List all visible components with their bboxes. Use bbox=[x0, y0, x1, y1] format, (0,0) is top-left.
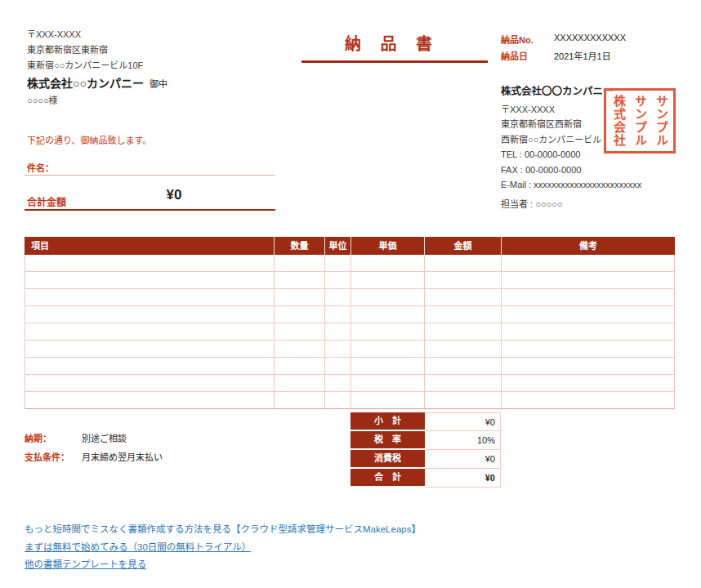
subtotal-label: 小 計 bbox=[350, 412, 425, 431]
free-trial-link[interactable]: まずは無料で始めてみる（30日間の無料トライアル） bbox=[25, 540, 251, 553]
header-amount: 金額 bbox=[425, 237, 502, 255]
unit-cell bbox=[325, 272, 351, 288]
sender-email: E-Mail : xxxxxxxxxxxxxxxxxxxxxxxx bbox=[501, 177, 641, 193]
other-templates-link[interactable]: 他の書類テンプレートを見る bbox=[25, 557, 146, 570]
items-table-body bbox=[25, 255, 675, 409]
table-row bbox=[25, 323, 674, 341]
unit-cell bbox=[325, 323, 351, 340]
recipient-address-line1: 東京都新宿区東新宿 bbox=[27, 42, 167, 58]
unit-cell bbox=[325, 341, 351, 357]
unit-price-cell bbox=[351, 306, 425, 323]
payment-term-value: 月末締め翌月末払い bbox=[82, 450, 163, 463]
amount-cell bbox=[425, 255, 502, 271]
totals-box: 小 計 ¥0 税 率 10% 消費税 ¥0 合 計 ¥0 bbox=[350, 412, 501, 488]
subject-underline bbox=[25, 175, 275, 176]
amount-cell bbox=[425, 358, 502, 374]
unit-price-cell bbox=[351, 323, 425, 340]
recipient-postal: 〒XXX-XXXX bbox=[27, 27, 167, 42]
item-cell bbox=[25, 289, 275, 305]
amount-cell bbox=[425, 375, 502, 391]
delivery-note-page: 〒XXX-XXXX 東京都新宿区東新宿 東新宿○○カンパニービル10F 株式会社… bbox=[0, 0, 701, 588]
grand-total-value: ¥0 bbox=[425, 469, 501, 488]
remarks-cell bbox=[502, 341, 674, 357]
document-title: 納 品 書 bbox=[294, 31, 490, 55]
items-table-header: 項目 数量 単位 単価 金額 備考 bbox=[25, 237, 675, 255]
amount-cell bbox=[425, 289, 502, 305]
delivery-no-value: XXXXXXXXXXXX bbox=[554, 33, 626, 42]
amount-cell bbox=[425, 272, 502, 288]
header-unit: 単位 bbox=[325, 237, 351, 255]
header-item: 項目 bbox=[25, 237, 275, 255]
item-cell bbox=[25, 392, 275, 408]
amount-cell bbox=[425, 341, 502, 357]
unit-price-cell bbox=[351, 358, 425, 374]
item-cell bbox=[25, 306, 275, 323]
unit-cell bbox=[325, 392, 351, 408]
remarks-cell bbox=[502, 392, 674, 408]
item-cell bbox=[25, 341, 275, 357]
remarks-cell bbox=[502, 255, 674, 271]
quantity-cell bbox=[275, 323, 325, 340]
tax-rate-value: 10% bbox=[425, 431, 501, 450]
unit-price-cell bbox=[351, 289, 425, 305]
unit-price-cell bbox=[351, 341, 425, 357]
stamp-column-3: 株式会社 bbox=[612, 95, 626, 147]
unit-cell bbox=[325, 375, 351, 391]
unit-price-cell bbox=[351, 392, 425, 408]
table-row bbox=[25, 272, 674, 289]
quantity-cell bbox=[275, 341, 325, 357]
recipient-company-name: 株式会社○○カンパニー bbox=[27, 77, 144, 90]
consumption-tax-row: 消費税 ¥0 bbox=[350, 450, 501, 469]
quantity-cell bbox=[275, 289, 325, 305]
total-amount-value: ¥0 bbox=[145, 187, 203, 203]
unit-cell bbox=[325, 289, 351, 305]
unit-price-cell bbox=[351, 272, 425, 288]
table-row bbox=[25, 306, 674, 323]
delivery-no-label: 納品No. bbox=[501, 33, 534, 46]
stamp-column-1: サンプル bbox=[654, 95, 668, 147]
delivery-term-value: 別途ご相談 bbox=[82, 431, 127, 444]
table-row bbox=[25, 289, 674, 306]
item-cell bbox=[25, 323, 275, 340]
item-cell bbox=[25, 358, 275, 374]
unit-price-cell bbox=[351, 255, 425, 271]
tax-rate-row: 税 率 10% bbox=[350, 431, 501, 450]
remarks-cell bbox=[502, 323, 674, 340]
unit-price-cell bbox=[351, 375, 425, 391]
recipient-contact-person: ○○○○様 bbox=[27, 93, 167, 109]
consumption-tax-label: 消費税 bbox=[350, 450, 425, 469]
remarks-cell bbox=[502, 289, 674, 305]
delivery-term-label: 納期： bbox=[25, 431, 51, 444]
remarks-cell bbox=[502, 306, 674, 323]
item-cell bbox=[25, 255, 275, 271]
quantity-cell bbox=[275, 375, 325, 391]
subject-label: 件名： bbox=[27, 161, 54, 174]
header-unit-price: 単価 bbox=[351, 237, 425, 255]
amount-cell bbox=[425, 392, 502, 408]
quantity-cell bbox=[275, 306, 325, 323]
table-row bbox=[25, 392, 674, 409]
subtotal-value: ¥0 bbox=[425, 412, 501, 431]
total-amount-label: 合計金額 bbox=[27, 194, 66, 208]
quantity-cell bbox=[275, 392, 325, 408]
recipient-company-line: 株式会社○○カンパニー 御中 bbox=[27, 76, 167, 92]
quantity-cell bbox=[275, 358, 325, 374]
delivery-date-value: 2021年1月1日 bbox=[554, 49, 611, 62]
grand-total-row: 合 計 ¥0 bbox=[350, 469, 501, 488]
remarks-cell bbox=[502, 272, 674, 288]
title-underline bbox=[301, 60, 488, 63]
quantity-cell bbox=[275, 255, 325, 271]
unit-cell bbox=[325, 358, 351, 374]
unit-cell bbox=[325, 255, 351, 271]
tax-rate-label: 税 率 bbox=[350, 431, 425, 450]
table-row bbox=[25, 375, 674, 392]
stamp-column-2: サンプル bbox=[633, 95, 647, 147]
total-amount-underline bbox=[25, 209, 275, 211]
makeleaps-promo-link[interactable]: もっと短時間でミスなく書類作成する方法を見る【クラウド型請求管理サービスMake… bbox=[25, 522, 421, 535]
quantity-cell bbox=[275, 272, 325, 288]
remarks-cell bbox=[502, 358, 674, 374]
amount-cell bbox=[425, 323, 502, 340]
recipient-honorific: 御中 bbox=[150, 79, 167, 89]
grand-total-label: 合 計 bbox=[350, 469, 425, 488]
payment-term-label: 支払条件： bbox=[25, 450, 69, 463]
